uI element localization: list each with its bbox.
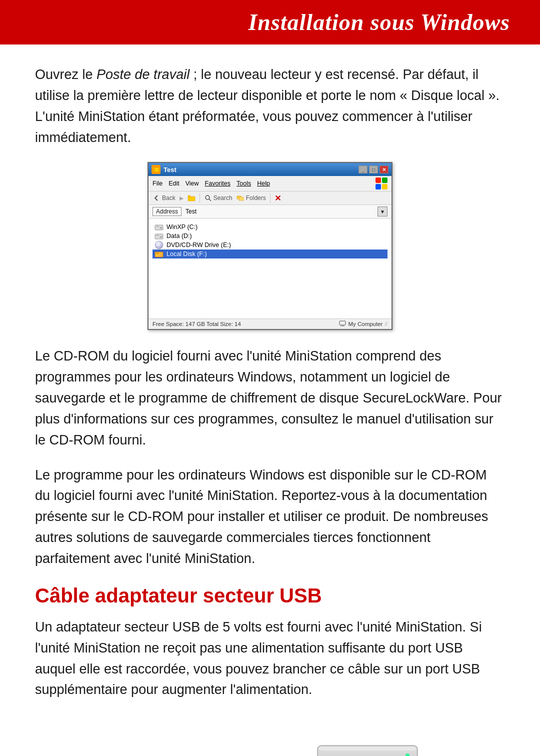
computer-icon [339,320,346,328]
menu-file[interactable]: File [152,180,162,187]
menu-items: File Edit View Favorites Tools Help [152,180,270,187]
folder-icon [188,194,196,202]
svg-rect-4 [188,196,190,197]
drive-icon-e [154,242,164,248]
svg-rect-20 [156,253,159,254]
back-button[interactable]: Back [152,194,176,202]
drive-icon-c [154,224,164,230]
back-label: Back [162,194,176,202]
minimize-button[interactable]: _ [358,166,368,174]
titlebar-buttons: _ □ ✕ [358,166,388,174]
search-label: Search [214,194,232,202]
back-icon [152,194,160,202]
address-dropdown[interactable]: ▼ [378,206,388,216]
titlebar-left: Test [152,165,176,174]
toolbar-sep-2 [270,193,270,203]
svg-rect-23 [340,321,346,325]
resize-grip: // [384,322,388,327]
restore-button[interactable]: □ [369,166,378,174]
address-label: Address [152,207,182,216]
folders-icon [236,194,244,202]
images-row: Buffalo MiniStation [35,716,505,756]
svg-rect-14 [156,235,159,236]
drive-label-d: Data (D:) [166,232,192,240]
svg-rect-2 [152,168,155,169]
status-left: Free Space: 147 GB Total Size: 14 [152,321,241,327]
svg-line-6 [209,199,211,201]
explorer-titlebar: Test _ □ ✕ [148,163,392,176]
svg-point-5 [206,196,210,200]
drive-local[interactable]: Local Disk (F:) [152,250,388,258]
explorer-menubar: File Edit View Favorites Tools Help [148,176,392,192]
menu-view[interactable]: View [186,180,199,187]
drive-dvd[interactable]: DVD/CD-RW Drive (E:) [152,240,388,250]
menu-tools[interactable]: Tools [236,180,251,187]
drive-label-e: DVD/CD-RW Drive (E:) [166,242,231,248]
menu-help[interactable]: Help [257,180,270,187]
svg-rect-24 [342,325,344,326]
drive-winxp[interactable]: WinXP (C:) [152,222,388,232]
section-heading: Câble adaptateur secteur USB [35,584,505,607]
explorer-addressbar: Address Test ▼ [148,205,392,218]
nav-arrows: ▶ [180,195,184,202]
menu-favorites[interactable]: Favorites [205,180,230,187]
svg-rect-32 [318,746,416,750]
folders-label: Folders [246,194,266,202]
logo-blue [376,184,381,190]
toolbar-sep-1 [200,193,200,203]
folders-button[interactable]: Folders [236,194,266,202]
close-x-icon: ✕ [274,194,281,203]
menu-edit[interactable]: Edit [168,180,180,187]
svg-point-22 [160,255,162,256]
paragraph-2: Le CD-ROM du logiciel fourni avec l'unit… [35,346,505,450]
svg-point-18 [158,244,160,246]
statusbar-right: My Computer // [339,320,388,328]
close-button[interactable]: ✕ [380,166,388,174]
svg-rect-8 [239,197,244,200]
drive-data[interactable]: Data (D:) [152,232,388,240]
paragraph-4: Un adaptateur secteur USB de 5 volts est… [35,617,505,700]
search-icon [204,194,212,202]
page-title: Installation sous Windows [248,10,510,35]
logo-red [376,178,381,183]
explorer-content: WinXP (C:) Data (D:) [148,218,392,318]
explorer-icon [152,165,160,174]
main-content: Ouvrez le Poste de travail ; le nouveau … [0,44,540,756]
explorer-toolbar: Back ▶ Sear [148,192,392,205]
explorer-screenshot: Test _ □ ✕ File Edit View Favorites Tool… [35,162,505,330]
logo-green [382,178,388,183]
logo-yellow [382,184,388,190]
address-value: Test [186,208,374,215]
ministation-image: Buffalo MiniStation [298,716,462,756]
drive-label-f: Local Disk (F:) [166,250,207,258]
explorer-statusbar: Free Space: 147 GB Total Size: 14 My Com… [148,318,392,329]
intro-paragraph: Ouvrez le Poste de travail ; le nouveau … [35,64,505,148]
drive-icon-d [154,232,164,240]
page-header: Installation sous Windows [0,0,540,44]
explorer-window: Test _ □ ✕ File Edit View Favorites Tool… [148,162,392,330]
drive-icon-f [154,250,164,258]
svg-point-12 [160,228,162,229]
paragraph-3: Le programme pour les ordinateurs Window… [35,465,505,570]
status-right: My Computer [348,321,382,327]
svg-rect-10 [156,226,159,227]
search-button[interactable]: Search [204,194,232,202]
winxp-logo [376,178,388,190]
svg-rect-25 [340,326,344,326]
drive-label-c: WinXP (C:) [166,224,198,230]
svg-point-16 [160,237,162,238]
usb-cable-image [78,716,192,756]
svg-rect-3 [188,196,195,201]
explorer-title: Test [164,166,176,174]
